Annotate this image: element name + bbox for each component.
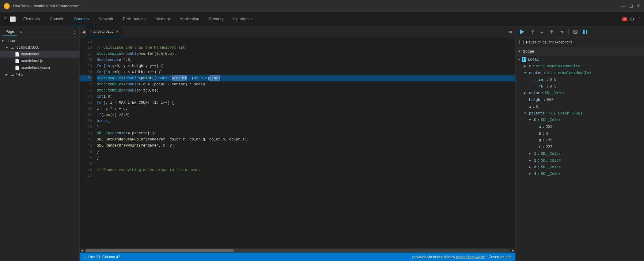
- scroll-right-button[interactable]: ▶: [511, 249, 515, 252]
- tree-label: mandelbrot.wasm: [21, 65, 50, 70]
- devtools-left-icons: 📱 ⬜: [2, 16, 16, 22]
- page-tab[interactable]: Page: [2, 28, 17, 35]
- sources-sidebar: Page » ⋮ ▼ □ top ▼ ☁ localhost:5000: [0, 26, 80, 261]
- tab-network[interactable]: Network: [94, 12, 118, 26]
- more-tabs-button[interactable]: ≫: [507, 28, 514, 35]
- step-over-button[interactable]: [528, 28, 536, 36]
- scope-item-center[interactable]: ▼ center : std::complex<double>: [516, 70, 644, 76]
- prev-tab-button[interactable]: ◀: [81, 28, 87, 35]
- inspect-icon[interactable]: ⬜: [10, 16, 16, 22]
- tab-sources[interactable]: Sources: [69, 12, 94, 26]
- step-into-button[interactable]: [538, 28, 546, 36]
- tree-item-localhost[interactable]: ▼ ☁ localhost:5000: [0, 44, 79, 51]
- tab-console[interactable]: Console: [45, 12, 69, 26]
- scope-item-g[interactable]: g : 135: [516, 137, 644, 144]
- scope-item-palette-1[interactable]: ▶ 1 : SDL_Color: [516, 151, 644, 157]
- scope-panel[interactable]: ▼ Scope ▼ L Local ▶ c : std::complex<dou…: [516, 47, 644, 261]
- wasm-link[interactable]: mandelbrot.wasm: [456, 255, 485, 259]
- editor-tab-mandelbrot[interactable]: mandelbrot.cc ✕: [87, 26, 123, 37]
- tab-filename: mandelbrot.cc: [90, 29, 113, 34]
- scope-item-palette-3[interactable]: ▶ 3 : SDL_Color: [516, 164, 644, 171]
- pause-on-exceptions-button[interactable]: [581, 28, 589, 36]
- maximize-button[interactable]: □: [630, 3, 633, 9]
- tree-item-mandelbrot[interactable]: 📄 mandelbrot: [0, 51, 79, 58]
- code-scroll-area[interactable]: 25 26 27 28 29 30 31 32 33 34 35 36 37 3…: [80, 37, 515, 248]
- expand-arrow[interactable]: ▶: [529, 151, 533, 157]
- local-scope-header[interactable]: ▼ L Local: [516, 56, 644, 63]
- debugger-toolbar: [516, 26, 644, 37]
- code-line-30: for (int x = 0; x < width; x++) {: [97, 69, 515, 75]
- step-out-button[interactable]: [547, 28, 556, 36]
- scope-item-im[interactable]: __im_ : 0.5: [516, 76, 644, 83]
- sidebar-menu-button[interactable]: ⋮: [72, 29, 77, 35]
- tab-security[interactable]: Security: [204, 12, 228, 26]
- tree-item-mandelbrot-js[interactable]: 📄 mandelbrot.js: [0, 58, 79, 64]
- scope-item-palette-2[interactable]: ▶ 2 : SDL_Color: [516, 157, 644, 164]
- format-icon[interactable]: {}: [83, 255, 86, 259]
- step-button[interactable]: [557, 28, 566, 36]
- expand-arrow[interactable]: ▼: [524, 110, 528, 117]
- scope-item-color[interactable]: ▶ color : SDL_Color: [516, 90, 644, 97]
- code-line-43: }: [97, 149, 515, 155]
- expand-arrow[interactable]: ▶: [529, 164, 533, 170]
- pause-exceptions-checkbox[interactable]: [519, 40, 524, 44]
- code-line-32: std::complex<double> c = (point - center…: [97, 81, 515, 88]
- horizontal-scrollbar[interactable]: ◀ ▶: [80, 248, 515, 252]
- expand-arrow[interactable]: ▶: [524, 63, 528, 69]
- settings-button[interactable]: ⚙: [630, 16, 634, 22]
- code-line-42: SDL_RenderDrawPoint(renderer, x, y);: [97, 143, 515, 149]
- toolbar-separator: [568, 29, 569, 35]
- scope-header[interactable]: ▼ Scope: [516, 47, 644, 56]
- window-controls[interactable]: — □ ✕: [621, 3, 640, 9]
- code-line-35: for (; i < MAX_ITER_COUNT - 1; i++) {: [97, 100, 515, 106]
- tab-lighthouse[interactable]: Lighthouse: [228, 12, 258, 26]
- minimize-button[interactable]: —: [621, 3, 626, 9]
- device-mode-icon[interactable]: 📱: [2, 16, 9, 22]
- close-button[interactable]: ✕: [636, 3, 640, 9]
- deactivate-breakpoints-button[interactable]: [571, 28, 580, 36]
- scope-item-palette-0[interactable]: ▼ 0 : SDL_Color: [516, 117, 644, 124]
- more-menu-button[interactable]: ⋮: [637, 16, 642, 22]
- code-line-37: if (abs(z) > 2.0): [97, 112, 515, 118]
- tab-elements[interactable]: Elements: [18, 12, 45, 26]
- expand-arrow[interactable]: ▼: [529, 117, 533, 123]
- code-line-44: }: [97, 155, 515, 161]
- tree-item-file[interactable]: ▶ ☁ file://: [0, 71, 79, 78]
- tree-item-top[interactable]: ▼ □ top: [0, 37, 79, 44]
- file-icon: 📄: [15, 52, 20, 57]
- code-editor[interactable]: 25 26 27 28 29 30 31 32 33 34 35 36 37 3…: [80, 37, 515, 261]
- code-line-36: z = z * z + c;: [97, 106, 515, 112]
- scope-item-palette[interactable]: ▼ palette : SDL_Color [256]: [516, 110, 644, 117]
- expand-arrow[interactable]: ▶: [529, 158, 533, 164]
- scope-item-re[interactable]: __re_ : 0.5: [516, 83, 644, 90]
- expand-arrow[interactable]: ▶: [524, 90, 528, 96]
- coverage-text: ): [486, 255, 488, 259]
- close-tab-button[interactable]: ✕: [116, 29, 119, 34]
- scroll-left-button[interactable]: ◀: [80, 249, 84, 252]
- editor-tab-bar: ◀ mandelbrot.cc ✕ ≫: [80, 26, 515, 37]
- expand-arrow[interactable]: ▼: [524, 70, 528, 76]
- debugger-panel: Pause on caught exceptions ▼ Scope ▼ L L…: [515, 26, 644, 261]
- sidebar-more-icon[interactable]: »: [20, 29, 22, 34]
- tree-label: file://: [16, 72, 23, 76]
- scope-item-r[interactable]: r : 237: [516, 144, 644, 151]
- scope-item-height[interactable]: height : 600: [516, 97, 644, 103]
- scope-title: Scope: [523, 49, 534, 54]
- error-badge[interactable]: 4: [622, 17, 627, 21]
- h-scroll-track[interactable]: [85, 249, 510, 252]
- local-arrow: ▼: [518, 58, 520, 62]
- code-line-33: std::complex<double> z(0, 0);: [97, 88, 515, 94]
- scope-item-i[interactable]: i : 0: [516, 103, 644, 110]
- code-content[interactable]: // Calculate and draw the Mandelbrot set…: [94, 37, 515, 248]
- expand-arrow[interactable]: ▶: [529, 171, 533, 177]
- scope-item-c[interactable]: ▶ c : std::complex<double>: [516, 63, 644, 70]
- tab-memory[interactable]: Memory: [151, 12, 175, 26]
- h-scroll-thumb[interactable]: [85, 249, 234, 252]
- scope-item-b[interactable]: b : 3: [516, 130, 644, 137]
- tab-performance[interactable]: Performance: [118, 12, 150, 26]
- resume-button[interactable]: [518, 28, 527, 36]
- scope-item-palette-4[interactable]: ▶ 4 : SDL_Color: [516, 171, 644, 177]
- tree-item-mandelbrot-wasm[interactable]: 📄 mandelbrot.wasm: [0, 64, 79, 71]
- tab-application[interactable]: Application: [175, 12, 204, 26]
- scope-item-a[interactable]: a : 255: [516, 124, 644, 130]
